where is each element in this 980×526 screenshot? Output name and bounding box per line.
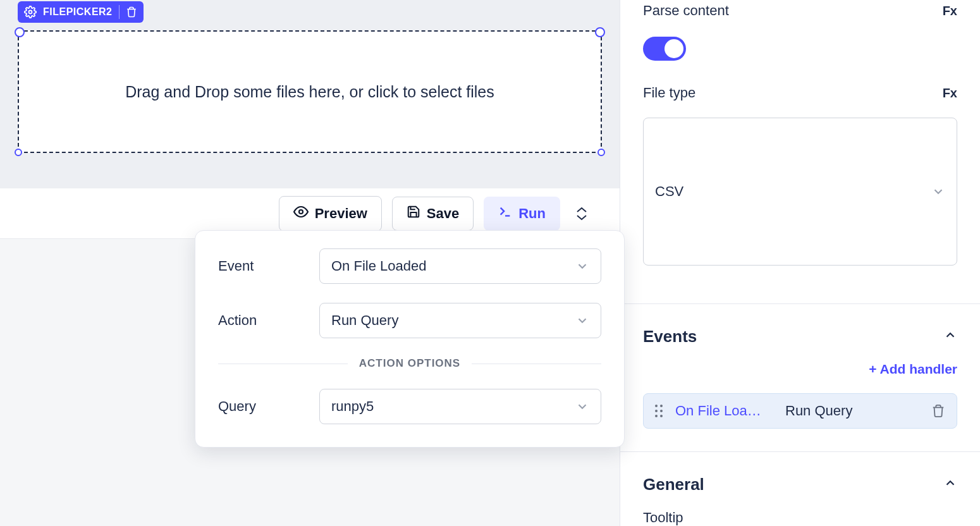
action-label: Action bbox=[218, 312, 319, 329]
chevron-down-icon bbox=[575, 400, 589, 413]
events-title: Events bbox=[643, 327, 697, 346]
eye-icon bbox=[293, 204, 309, 223]
query-select-value: runpy5 bbox=[331, 398, 374, 415]
svg-point-1 bbox=[299, 210, 303, 214]
widget-tag[interactable]: FILEPICKER2 bbox=[18, 1, 144, 23]
preview-button[interactable]: Preview bbox=[279, 196, 382, 231]
action-select[interactable]: Run Query bbox=[319, 303, 601, 338]
add-handler-button[interactable]: + Add handler bbox=[643, 362, 957, 377]
toggle-knob bbox=[665, 39, 683, 58]
filepicker-drop-text: Drag and Drop some files here, or click … bbox=[125, 83, 494, 101]
chevron-up-icon bbox=[575, 207, 588, 213]
terminal-icon bbox=[498, 205, 512, 223]
general-title: General bbox=[643, 475, 704, 494]
run-button[interactable]: Run bbox=[484, 197, 560, 231]
events-section-header[interactable]: Events bbox=[643, 304, 957, 362]
preview-label: Preview bbox=[315, 205, 367, 222]
trash-icon[interactable] bbox=[931, 404, 945, 418]
event-row-action: Run Query bbox=[785, 403, 922, 419]
general-section-header[interactable]: General bbox=[643, 452, 957, 510]
parse-content-label: Parse content bbox=[643, 3, 729, 19]
action-options-title: ACTION OPTIONS bbox=[359, 357, 460, 370]
collapse-button[interactable] bbox=[570, 202, 593, 226]
run-label: Run bbox=[518, 205, 546, 222]
fx-button-parse[interactable]: Fx bbox=[943, 4, 957, 18]
event-label: Event bbox=[218, 258, 319, 274]
query-select[interactable]: runpy5 bbox=[319, 389, 601, 424]
chevron-down-icon bbox=[931, 185, 945, 199]
filepicker-widget[interactable]: Drag and Drop some files here, or click … bbox=[18, 30, 602, 153]
parse-content-toggle[interactable] bbox=[643, 37, 686, 61]
chevron-up-icon bbox=[943, 327, 957, 346]
file-type-select[interactable]: CSV bbox=[643, 118, 957, 266]
event-row-event: On File Loa… bbox=[675, 403, 776, 419]
save-icon bbox=[407, 205, 420, 223]
trash-icon[interactable] bbox=[126, 6, 137, 18]
action-select-value: Run Query bbox=[331, 312, 398, 329]
gear-icon[interactable] bbox=[24, 6, 37, 18]
widget-name: FILEPICKER2 bbox=[43, 6, 113, 18]
event-select[interactable]: On File Loaded bbox=[319, 248, 601, 284]
svg-point-0 bbox=[29, 11, 32, 14]
tooltip-label: Tooltip bbox=[643, 510, 683, 526]
file-type-value: CSV bbox=[655, 183, 683, 200]
drag-handle-icon[interactable] bbox=[655, 405, 666, 417]
save-label: Save bbox=[427, 205, 459, 222]
event-handler-popup: Event On File Loaded Action Run Query bbox=[195, 230, 625, 448]
tag-divider bbox=[119, 5, 119, 19]
event-select-value: On File Loaded bbox=[331, 258, 426, 274]
save-button[interactable]: Save bbox=[392, 197, 474, 231]
chevron-down-icon bbox=[575, 214, 588, 221]
event-handler-row[interactable]: On File Loa… Run Query bbox=[643, 393, 957, 429]
chevron-down-icon bbox=[575, 259, 589, 273]
chevron-down-icon bbox=[575, 314, 589, 327]
file-type-label: File type bbox=[643, 85, 695, 101]
fx-button-filetype[interactable]: Fx bbox=[943, 86, 957, 101]
chevron-up-icon bbox=[943, 475, 957, 494]
query-label: Query bbox=[218, 398, 319, 415]
